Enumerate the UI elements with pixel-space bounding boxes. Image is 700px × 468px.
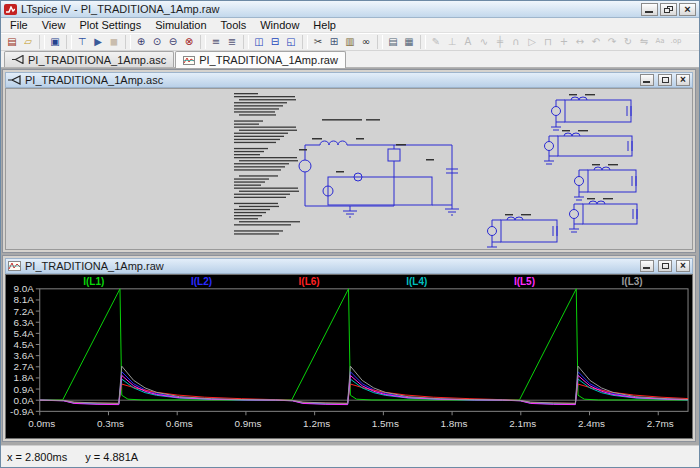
place-net-label-icon[interactable]: A bbox=[460, 34, 476, 50]
undo-icon[interactable]: ↶ bbox=[588, 34, 604, 50]
toolbar-separator bbox=[39, 35, 45, 49]
y-tick-label: 0.9A bbox=[13, 384, 34, 395]
legend-label-il4[interactable]: I(L4) bbox=[406, 276, 427, 287]
mdi-area: PI_TRADITIONA_1Amp.asc × bbox=[1, 68, 699, 445]
spice-error-log-icon[interactable]: ≣ bbox=[224, 34, 240, 50]
menu-plot-settings[interactable]: Plot Settings bbox=[72, 18, 148, 33]
waveform-plot: 9.0A8.1A7.2A6.3A5.4A4.5A3.6A2.7A1.8A0.9A… bbox=[6, 275, 692, 438]
move-icon[interactable]: + bbox=[556, 34, 572, 50]
place-resistor-icon[interactable]: ∿ bbox=[476, 34, 492, 50]
schematic-minimize-button[interactable] bbox=[640, 74, 654, 86]
schematic-window-title: PI_TRADITIONA_1Amp.asc bbox=[25, 74, 636, 86]
component-labels bbox=[299, 138, 434, 173]
title-bar[interactable]: LTspice IV - PI_TRADITIONA_1Amp.raw × bbox=[1, 1, 699, 18]
y-tick-label: 9.0A bbox=[13, 283, 34, 294]
main-circuit bbox=[299, 141, 459, 217]
waveform-file-icon bbox=[183, 56, 195, 65]
halt-icon[interactable]: ◼ bbox=[106, 34, 122, 50]
menu-view[interactable]: View bbox=[35, 18, 73, 33]
schematic-maximize-button[interactable] bbox=[658, 74, 672, 86]
legend-label-il5[interactable]: I(L5) bbox=[514, 276, 535, 287]
tab-schematic[interactable]: PI_TRADITIONA_1Amp.asc bbox=[4, 51, 174, 67]
zoom-full-extents-icon[interactable]: ⊗ bbox=[181, 34, 197, 50]
schematic-canvas[interactable] bbox=[5, 88, 693, 250]
y-tick-label: 1.8A bbox=[13, 372, 34, 383]
place-diode-icon[interactable]: ▷ bbox=[524, 34, 540, 50]
menu-simulation[interactable]: Simulation bbox=[148, 18, 213, 33]
copy-icon[interactable]: ⊞ bbox=[326, 34, 342, 50]
tile-vertically-icon[interactable]: ◫ bbox=[251, 34, 267, 50]
drag-icon[interactable]: ↔ bbox=[572, 34, 588, 50]
legend-label-il6[interactable]: I(L6) bbox=[299, 276, 320, 287]
x-tick-label: 2.7ms bbox=[647, 418, 674, 429]
zoom-back-icon[interactable]: ⊙ bbox=[149, 34, 165, 50]
print-icon[interactable]: ▦ bbox=[401, 34, 417, 50]
tab-label: PI_TRADITIONA_1Amp.asc bbox=[28, 54, 166, 66]
run-icon[interactable]: ▶ bbox=[90, 34, 106, 50]
menu-bar: FileViewPlot SettingsSimulationToolsWind… bbox=[1, 18, 699, 33]
draw-wire-icon[interactable]: ✎ bbox=[428, 34, 444, 50]
place-ground-icon[interactable]: ⊥ bbox=[444, 34, 460, 50]
schematic-icon bbox=[8, 75, 21, 85]
cascade-windows-icon[interactable]: ◱ bbox=[283, 34, 299, 50]
menu-help[interactable]: Help bbox=[306, 18, 343, 33]
new-schematic-icon[interactable]: ▤ bbox=[4, 34, 20, 50]
y-tick-label: 8.1A bbox=[13, 294, 34, 305]
spice-netlist-icon[interactable]: ≡ bbox=[208, 34, 224, 50]
zoom-out-icon[interactable]: ⊖ bbox=[165, 34, 181, 50]
save-icon[interactable]: ▣ bbox=[47, 34, 63, 50]
waveform-minimize-button[interactable] bbox=[640, 260, 654, 272]
place-text-icon[interactable]: Aa bbox=[652, 34, 668, 50]
minimize-button[interactable] bbox=[641, 3, 658, 16]
legend-label-il1[interactable]: I(L1) bbox=[83, 276, 104, 287]
tab-bar: PI_TRADITIONA_1Amp.asc PI_TRADITIONA_1Am… bbox=[1, 51, 699, 68]
toolbar-separator bbox=[243, 35, 249, 49]
menu-file[interactable]: File bbox=[3, 18, 35, 33]
find-icon[interactable]: ∞ bbox=[358, 34, 374, 50]
schematic-close-button[interactable]: × bbox=[676, 74, 690, 86]
y-tick-label: 7.2A bbox=[13, 306, 34, 317]
redo-icon[interactable]: ↷ bbox=[604, 34, 620, 50]
schematic-file-icon bbox=[12, 55, 24, 64]
toolbar: ▤▱▣⊤▶◼⊕⊙⊖⊗≡≣◫⊟◱✂⊞▥∞▤▦✎⊥A∿╪∩▷⊓+↔↶↷↻⇋Aa.op bbox=[1, 33, 699, 51]
waveform-window: PI_TRADITIONA_1Amp.raw × I(L1)I(L2)I(L6)… bbox=[2, 255, 696, 442]
y-tick-label: 2.7A bbox=[13, 361, 34, 372]
tab-waveform[interactable]: PI_TRADITIONA_1Amp.raw bbox=[175, 51, 346, 68]
control-panel-icon[interactable]: ⊤ bbox=[74, 34, 90, 50]
x-tick-label: 0.3ms bbox=[97, 418, 124, 429]
open-file-icon[interactable]: ▱ bbox=[20, 34, 36, 50]
legend-label-il2[interactable]: I(L2) bbox=[191, 276, 212, 287]
restore-button[interactable] bbox=[660, 3, 677, 16]
place-component-icon[interactable]: ⊓ bbox=[540, 34, 556, 50]
waveform-maximize-button[interactable] bbox=[658, 260, 672, 272]
toolbar-separator bbox=[420, 35, 426, 49]
schematic-window-titlebar[interactable]: PI_TRADITIONA_1Amp.asc × bbox=[5, 72, 693, 88]
plot-frame bbox=[40, 289, 688, 411]
menu-tools[interactable]: Tools bbox=[214, 18, 254, 33]
zoom-area-icon[interactable]: ⊕ bbox=[133, 34, 149, 50]
y-tick-label: 0.0A bbox=[13, 395, 34, 406]
spice-directive-icon[interactable]: .op bbox=[668, 34, 684, 50]
rotate-icon[interactable]: ↻ bbox=[620, 34, 636, 50]
menu-window[interactable]: Window bbox=[253, 18, 306, 33]
status-bar: x = 2.800ms y = 4.881A bbox=[1, 445, 699, 467]
waveform-close-button[interactable]: × bbox=[676, 260, 690, 272]
cursor-y-readout: y = 4.881A bbox=[85, 451, 138, 463]
waveform-pane[interactable]: I(L1)I(L2)I(L6)I(L4)I(L5)I(L3) 9.0A8.1A7… bbox=[5, 274, 693, 439]
cursor-x-readout: x = 2.800ms bbox=[7, 451, 67, 463]
circuit-title-text bbox=[322, 119, 380, 121]
place-capacitor-icon[interactable]: ╪ bbox=[492, 34, 508, 50]
y-tick-label: 5.4A bbox=[13, 328, 34, 339]
waveform-window-titlebar[interactable]: PI_TRADITIONA_1Amp.raw × bbox=[5, 258, 693, 274]
tab-label: PI_TRADITIONA_1Amp.raw bbox=[199, 54, 338, 66]
schematic-window: PI_TRADITIONA_1Amp.asc × bbox=[2, 69, 696, 253]
legend-label-il3[interactable]: I(L3) bbox=[622, 276, 643, 287]
mirror-icon[interactable]: ⇋ bbox=[636, 34, 652, 50]
place-inductor-icon[interactable]: ∩ bbox=[508, 34, 524, 50]
paste-icon[interactable]: ▥ bbox=[342, 34, 358, 50]
x-tick-label: 1.8ms bbox=[441, 418, 468, 429]
cut-icon[interactable]: ✂ bbox=[310, 34, 326, 50]
print-preview-icon[interactable]: ▤ bbox=[385, 34, 401, 50]
tile-horizontally-icon[interactable]: ⊟ bbox=[267, 34, 283, 50]
close-button[interactable]: × bbox=[679, 3, 696, 16]
